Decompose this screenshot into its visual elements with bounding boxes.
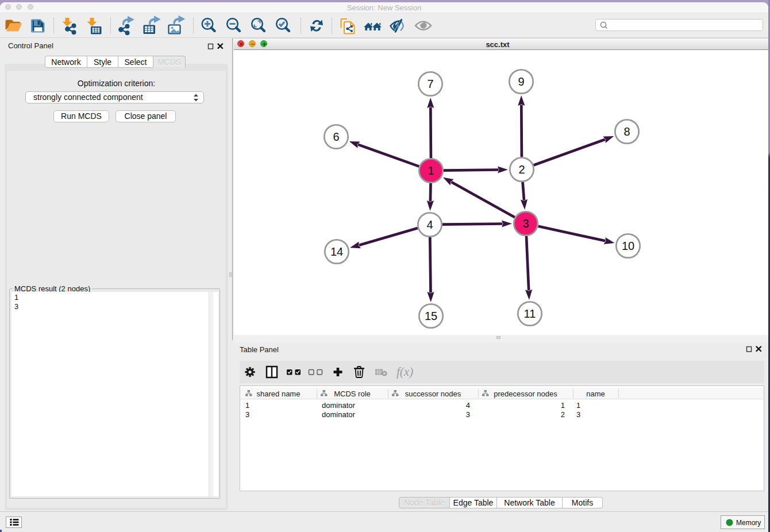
svg-text:1: 1 [428, 164, 434, 177]
svg-text:8: 8 [623, 125, 630, 138]
svg-text:f(x): f(x) [396, 365, 413, 379]
svg-text:9: 9 [518, 75, 524, 88]
svg-text:2: 2 [518, 163, 525, 176]
svg-text:3: 3 [522, 217, 529, 230]
svg-text:4: 4 [426, 218, 433, 231]
svg-text:6: 6 [333, 130, 339, 143]
svg-text:10: 10 [622, 240, 634, 252]
svg-text:11: 11 [524, 307, 536, 320]
svg-text:14: 14 [330, 245, 343, 258]
svg-text:7: 7 [427, 78, 433, 90]
svg-text:15: 15 [425, 310, 437, 322]
